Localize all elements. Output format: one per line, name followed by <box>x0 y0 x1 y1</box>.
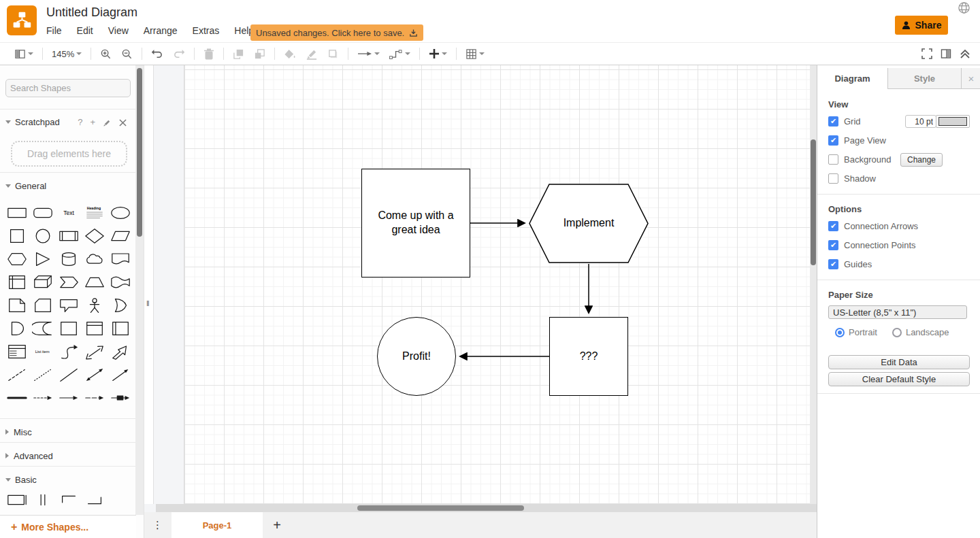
guides-checkbox[interactable]: ✔ <box>828 259 838 269</box>
shape-long-dash-arrow[interactable] <box>82 386 108 409</box>
shape-link[interactable] <box>108 386 133 409</box>
zoom-out-button[interactable] <box>116 43 137 65</box>
menu-view[interactable]: View <box>108 25 129 36</box>
menu-edit[interactable]: Edit <box>77 25 93 36</box>
shape-line[interactable] <box>56 363 82 386</box>
tab-style[interactable]: Style <box>888 68 962 89</box>
general-section-header[interactable]: General <box>0 175 136 196</box>
shape-vertical-bars[interactable] <box>30 488 56 511</box>
clear-default-style-button[interactable]: Clear Default Style <box>828 372 970 386</box>
background-checkbox[interactable] <box>828 154 838 165</box>
edit-data-button[interactable]: Edit Data <box>828 355 970 369</box>
shape-dotted-line[interactable] <box>30 363 56 386</box>
zoom-dropdown[interactable]: 145% <box>47 43 86 65</box>
tab-diagram[interactable]: Diagram <box>817 68 888 89</box>
paper-size-select[interactable]: US-Letter (8,5" x 11") <box>828 305 967 319</box>
canvas-vertical-scrollbar[interactable] <box>810 65 817 504</box>
shape-rectangle[interactable] <box>4 201 30 224</box>
canvas-horizontal-scrollbar[interactable] <box>156 504 817 512</box>
shape-ellipse[interactable] <box>108 201 133 224</box>
shape-actor[interactable] <box>82 294 108 317</box>
shape-cylinder[interactable] <box>56 248 82 271</box>
shape-textbox[interactable]: Heading <box>82 201 108 224</box>
shape-partial-rectangle[interactable] <box>4 488 30 511</box>
menu-extras[interactable]: Extras <box>193 25 220 36</box>
shape-thin-arrow[interactable] <box>56 386 82 409</box>
shape-horizontal-line[interactable] <box>4 386 30 409</box>
panel-close-icon[interactable]: × <box>962 68 980 89</box>
shape-arrow[interactable] <box>108 340 133 363</box>
format-panel-toggle-icon[interactable] <box>941 48 951 59</box>
insert-button[interactable] <box>424 43 452 65</box>
sidebar-scrollbar[interactable] <box>135 65 144 515</box>
shape-trapezoid[interactable] <box>82 271 108 294</box>
change-background-button[interactable]: Change <box>900 153 943 167</box>
language-globe-icon[interactable] <box>958 1 970 14</box>
shape-curve[interactable] <box>56 340 82 363</box>
landscape-radio[interactable]: Landscape <box>892 327 949 337</box>
unsaved-changes-banner[interactable]: Unsaved changes. Click here to save. <box>250 24 423 41</box>
shape-corner-bottom-right[interactable] <box>82 488 108 511</box>
scratchpad-edit-icon[interactable] <box>103 118 112 127</box>
shape-directional-connector[interactable] <box>108 363 133 386</box>
scratchpad-close-icon[interactable] <box>119 119 127 127</box>
node-profit[interactable]: Profit! <box>377 317 456 396</box>
shape-card[interactable] <box>30 294 56 317</box>
more-shapes-button[interactable]: + More Shapes... <box>0 515 136 538</box>
shadow-checkbox[interactable] <box>828 173 838 184</box>
shape-diamond[interactable] <box>82 224 108 248</box>
shape-process[interactable] <box>56 224 82 248</box>
shape-hexagon[interactable] <box>4 248 30 271</box>
shape-cube[interactable] <box>30 271 56 294</box>
scratchpad-section-header[interactable]: Scratchpad ? + <box>0 112 136 132</box>
shape-internal-storage[interactable] <box>4 271 30 294</box>
shape-step[interactable] <box>56 271 82 294</box>
to-front-button[interactable] <box>228 43 249 65</box>
shape-container-title[interactable] <box>82 317 108 340</box>
node-question[interactable]: ??? <box>549 317 628 396</box>
shape-triangle[interactable] <box>30 248 56 271</box>
shadow-button[interactable] <box>323 43 344 65</box>
waypoints-button[interactable] <box>385 43 415 65</box>
shape-tape[interactable] <box>108 271 133 294</box>
grid-checkbox[interactable]: ✔ <box>828 116 838 127</box>
to-back-button[interactable] <box>249 43 270 65</box>
shape-list[interactable] <box>4 340 30 363</box>
shape-container[interactable] <box>56 317 82 340</box>
grid-color-swatch[interactable] <box>936 115 970 128</box>
canvas-vscroll-thumb[interactable] <box>811 139 816 265</box>
shape-list-item[interactable]: List item <box>30 340 56 363</box>
shape-text[interactable]: Text <box>56 201 82 224</box>
node-idea[interactable]: Come up with a great idea <box>361 169 470 278</box>
basic-section-header[interactable]: Basic <box>0 469 136 490</box>
shape-vertical-container[interactable] <box>108 317 133 340</box>
drawing-page[interactable] <box>184 65 811 504</box>
page-tab-page1[interactable]: Page-1 <box>172 512 263 538</box>
misc-section-header[interactable]: Misc <box>0 422 136 442</box>
grid-size-input[interactable] <box>905 115 936 128</box>
shape-data-storage[interactable] <box>30 317 56 340</box>
scratchpad-drop-zone[interactable]: Drag elements here <box>11 141 127 167</box>
table-button[interactable] <box>461 43 489 65</box>
pages-menu-button[interactable]: ⋮ <box>144 512 172 538</box>
shape-circle[interactable] <box>30 224 56 248</box>
shape-or[interactable] <box>108 294 133 317</box>
zoom-in-button[interactable] <box>95 43 116 65</box>
shape-parallelogram[interactable] <box>108 224 133 248</box>
fill-color-button[interactable] <box>279 43 301 65</box>
shape-cloud[interactable] <box>82 248 108 271</box>
share-button[interactable]: Share <box>895 16 948 35</box>
menu-arrange[interactable]: Arrange <box>144 25 178 36</box>
shape-bidirectional-arrow[interactable] <box>82 340 108 363</box>
line-color-button[interactable] <box>301 43 323 65</box>
connection-style-button[interactable] <box>353 43 385 65</box>
scratchpad-add-icon[interactable]: + <box>90 117 95 127</box>
canvas-hscroll-thumb[interactable] <box>357 505 524 511</box>
shape-bidirectional-connector[interactable] <box>82 363 108 386</box>
page-view-checkbox[interactable]: ✔ <box>828 135 838 146</box>
collapse-toolbar-icon[interactable] <box>960 49 970 58</box>
advanced-section-header[interactable]: Advanced <box>0 445 136 466</box>
shape-callout[interactable] <box>56 294 82 317</box>
canvas-area[interactable]: ‖ Come up with a great idea Implement ??… <box>144 65 817 538</box>
connection-arrows-checkbox[interactable]: ✔ <box>828 221 838 231</box>
